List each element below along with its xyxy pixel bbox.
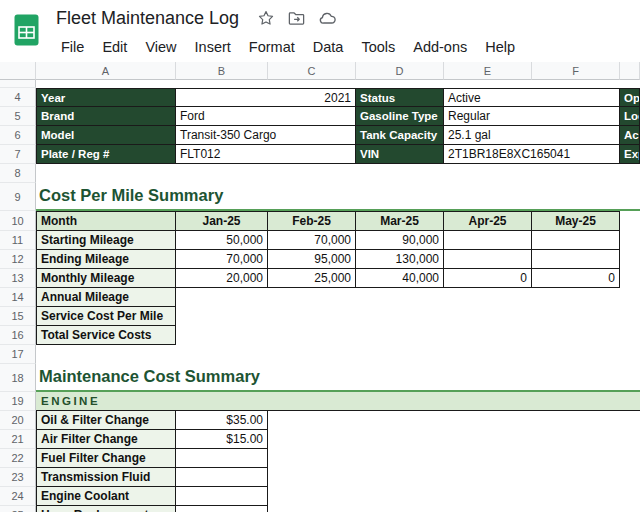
cell-brand-value[interactable]: Ford — [176, 107, 356, 126]
cell-vin-value[interactable]: 2T1BR18E8XC165041 — [444, 145, 620, 164]
empty-cell[interactable] — [620, 250, 640, 269]
cell-value[interactable]: 130,000 — [356, 250, 444, 269]
cell-value[interactable]: 70,000 — [268, 231, 356, 250]
cell-edge-partial[interactable]: Exp — [620, 145, 640, 164]
cell-edge-partial[interactable]: Acc — [620, 126, 640, 145]
column-header-c[interactable]: C — [268, 62, 356, 80]
cell-tank-value[interactable]: 25.1 gal — [444, 126, 620, 145]
cell-value[interactable]: 0 — [444, 269, 532, 288]
empty-cells[interactable] — [36, 164, 640, 183]
cell-transmission-label[interactable]: Transmission Fluid — [36, 468, 176, 487]
cell-plate-label[interactable]: Plate / Reg # — [36, 145, 176, 164]
cell-transmission-cost[interactable] — [176, 468, 268, 487]
cloud-status-icon[interactable] — [318, 8, 338, 28]
row-header[interactable] — [0, 80, 36, 88]
row-header-14[interactable]: 14 — [0, 288, 36, 307]
select-all-corner[interactable] — [0, 62, 36, 80]
cell-coolant-cost[interactable] — [176, 487, 268, 506]
engine-section-header[interactable]: ENGINE — [36, 392, 640, 411]
row-header-11[interactable]: 11 — [0, 231, 36, 250]
empty-cells[interactable] — [36, 80, 640, 88]
menu-data[interactable]: Data — [304, 37, 353, 57]
document-title[interactable]: Fleet Maintenance Log — [52, 7, 243, 30]
cell-service-cost-label[interactable]: Service Cost Per Mile — [36, 307, 176, 326]
row-header-21[interactable]: 21 — [0, 430, 36, 449]
section-title-maintenance[interactable]: Maintenance Cost Summary — [36, 364, 640, 392]
column-header-f[interactable]: F — [532, 62, 620, 80]
cell-model-label[interactable]: Model — [36, 126, 176, 145]
cell-value[interactable]: 90,000 — [356, 231, 444, 250]
cell-fuel-filter-cost[interactable] — [176, 449, 268, 468]
empty-cells[interactable] — [268, 487, 640, 506]
menu-add-ons[interactable]: Add-ons — [404, 37, 476, 57]
column-header-d[interactable]: D — [356, 62, 444, 80]
cell-month-feb[interactable]: Feb-25 — [268, 211, 356, 231]
cell-air-filter-label[interactable]: Air Filter Change — [36, 430, 176, 449]
cell-brand-label[interactable]: Brand — [36, 107, 176, 126]
star-icon[interactable] — [257, 9, 275, 27]
empty-cells[interactable] — [176, 326, 640, 345]
row-header-10[interactable]: 10 — [0, 211, 36, 231]
empty-cells[interactable] — [268, 430, 640, 449]
cell-total-service-label[interactable]: Total Service Costs — [36, 326, 176, 345]
empty-cell[interactable] — [620, 211, 640, 231]
cell-oil-filter-label[interactable]: Oil & Filter Change — [36, 411, 176, 430]
cell-gasoline-value[interactable]: Regular — [444, 107, 620, 126]
cell-annual-mileage-label[interactable]: Annual Mileage — [36, 288, 176, 307]
row-header-25[interactable]: 25 — [0, 506, 36, 512]
row-header-19[interactable]: 19 — [0, 392, 36, 411]
section-title-cost-per-mile[interactable]: Cost Per Mile Summary — [36, 183, 640, 211]
empty-cell[interactable] — [620, 269, 640, 288]
menu-file[interactable]: File — [52, 37, 93, 57]
cell-year-label[interactable]: Year — [36, 88, 176, 107]
cell-value[interactable]: 40,000 — [356, 269, 444, 288]
cell-hose-cost[interactable] — [176, 506, 268, 512]
row-header-5[interactable]: 5 — [0, 107, 36, 126]
empty-cells[interactable] — [268, 449, 640, 468]
cell-month-mar[interactable]: Mar-25 — [356, 211, 444, 231]
row-header-22[interactable]: 22 — [0, 449, 36, 468]
empty-cells[interactable] — [268, 506, 640, 512]
cell-month-apr[interactable]: Apr-25 — [444, 211, 532, 231]
cell-model-value[interactable]: Transit-350 Cargo — [176, 126, 356, 145]
cell-month-jan[interactable]: Jan-25 — [176, 211, 268, 231]
empty-cells[interactable] — [36, 345, 640, 364]
menu-help[interactable]: Help — [476, 37, 524, 57]
sheets-logo-icon[interactable] — [14, 14, 39, 50]
cell-air-filter-cost[interactable]: $15.00 — [176, 430, 268, 449]
empty-cell[interactable] — [620, 231, 640, 250]
cell-edge-partial[interactable]: Loc — [620, 107, 640, 126]
column-header-b[interactable]: B — [176, 62, 268, 80]
row-header-9[interactable]: 9 — [0, 183, 36, 211]
column-header-a[interactable]: A — [36, 62, 176, 80]
row-header-17[interactable]: 17 — [0, 345, 36, 364]
row-header-24[interactable]: 24 — [0, 487, 36, 506]
cell-tank-label[interactable]: Tank Capacity — [356, 126, 444, 145]
cell-year-value[interactable]: 2021 — [176, 88, 356, 107]
cell-value[interactable]: 95,000 — [268, 250, 356, 269]
empty-cells[interactable] — [176, 307, 640, 326]
cell-hose-label[interactable]: Hose Replacement — [36, 506, 176, 512]
cell-value[interactable]: 20,000 — [176, 269, 268, 288]
row-header-15[interactable]: 15 — [0, 307, 36, 326]
row-header-23[interactable]: 23 — [0, 468, 36, 487]
column-header-e[interactable]: E — [444, 62, 532, 80]
empty-cells[interactable] — [268, 411, 640, 430]
cell-status-value[interactable]: Active — [444, 88, 620, 107]
cell-value[interactable]: 0 — [532, 269, 620, 288]
cell-value[interactable] — [444, 231, 532, 250]
menu-view[interactable]: View — [136, 37, 185, 57]
empty-cells[interactable] — [268, 468, 640, 487]
row-header-16[interactable]: 16 — [0, 326, 36, 345]
cell-value[interactable] — [532, 250, 620, 269]
empty-cells[interactable] — [176, 288, 640, 307]
cell-edge-partial[interactable]: Op — [620, 88, 640, 107]
cell-monthly-mileage-label[interactable]: Monthly Mileage — [36, 269, 176, 288]
cell-oil-filter-cost[interactable]: $35.00 — [176, 411, 268, 430]
cell-value[interactable] — [444, 250, 532, 269]
row-header-18[interactable]: 18 — [0, 364, 36, 392]
cell-month-may[interactable]: May-25 — [532, 211, 620, 231]
row-header-6[interactable]: 6 — [0, 126, 36, 145]
row-header-4[interactable]: 4 — [0, 88, 36, 107]
cell-gasoline-label[interactable]: Gasoline Type — [356, 107, 444, 126]
